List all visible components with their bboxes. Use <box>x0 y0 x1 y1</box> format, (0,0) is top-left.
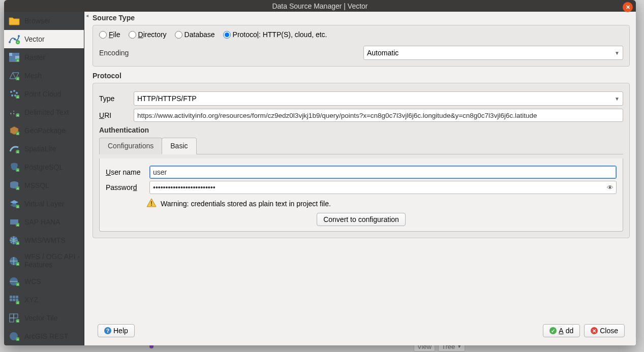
virtual-layer-icon: + <box>8 198 20 209</box>
sidebar-item-mesh[interactable]: + Mesh <box>4 67 84 85</box>
vector-icon: + <box>8 34 20 45</box>
svg-text:+: + <box>17 301 19 304</box>
source-type-group: File Directory Database Protocol: HTTP(S… <box>93 25 630 67</box>
svg-text:!: ! <box>150 200 152 207</box>
svg-text:+: + <box>17 205 19 208</box>
warning-text: Warning: credentials stored as plain tex… <box>161 200 331 208</box>
svg-text:+: + <box>17 150 19 153</box>
svg-rect-45 <box>10 296 12 298</box>
spatialite-icon: + <box>8 143 20 154</box>
svg-rect-53 <box>10 314 14 318</box>
svg-rect-46 <box>13 296 15 298</box>
radio-protocol[interactable]: Protocol: HTTP(S), cloud, etc. <box>223 30 327 39</box>
eye-icon[interactable]: 👁 <box>607 184 614 191</box>
postgresql-icon: + <box>8 162 20 173</box>
sidebar-item-wms[interactable]: + WMS/WMTS <box>4 231 84 249</box>
protocol-type-select[interactable]: HTTP/HTTPS/FTP▼ <box>134 91 623 106</box>
globe-icon: + <box>8 235 20 246</box>
csv-icon: , ;+ <box>8 107 20 118</box>
svg-text:+: + <box>17 263 19 266</box>
sidebar-item-wfs[interactable]: + WFS / OGC API - Features <box>4 249 84 272</box>
svg-rect-47 <box>16 296 18 298</box>
sidebar-item-browser[interactable]: Browser <box>4 12 84 30</box>
chevron-down-icon: ▼ <box>615 50 620 56</box>
sidebar-item-mssql[interactable]: + MSSQL <box>4 176 84 195</box>
sidebar-item-point-cloud[interactable]: + Point Cloud <box>4 85 84 103</box>
sidebar-item-delimited-text[interactable]: , ;+ Delimited Text <box>4 103 84 121</box>
encoding-label: Encoding <box>99 49 363 57</box>
auth-title: Authentication <box>99 126 623 134</box>
radio-database[interactable]: Database <box>175 30 215 39</box>
svg-point-13 <box>13 90 15 92</box>
dialog-footer: ?Help ✓Add ✕Close <box>93 322 630 341</box>
sidebar-item-wcs[interactable]: + WCS <box>4 272 84 291</box>
svg-text:+: + <box>17 187 19 190</box>
pointcloud-icon: + <box>8 88 20 100</box>
globe-icon: + <box>8 255 20 267</box>
sidebar-item-xyz[interactable]: + XYZ <box>4 291 84 309</box>
svg-text:+: + <box>17 114 19 117</box>
encoding-select[interactable]: Automatic▼ <box>363 46 623 60</box>
sidebar-item-vector-tile[interactable]: + Vector Tile <box>4 309 84 327</box>
mssql-icon: + <box>8 180 20 191</box>
sidebar: Browser + Vector + Raster + Mesh + Point… <box>4 12 84 345</box>
help-button[interactable]: ?Help <box>98 324 135 337</box>
sidebar-item-spatialite[interactable]: + SpatiaLite <box>4 140 84 158</box>
svg-point-1 <box>14 38 16 40</box>
source-type-title: Source Type <box>93 14 630 22</box>
raster-icon: + <box>8 52 20 63</box>
sidebar-item-postgresql[interactable]: + PostgreSQL <box>4 158 84 176</box>
warning-icon: ! <box>146 198 157 209</box>
sidebar-item-sap-hana[interactable]: + SAP HANA <box>4 213 84 231</box>
svg-text:+: + <box>17 283 19 286</box>
uri-label: URI <box>99 111 130 119</box>
convert-to-configuration-button[interactable]: Convert to configuration <box>317 213 406 226</box>
svg-rect-54 <box>14 314 18 318</box>
svg-rect-6 <box>9 53 12 56</box>
sidebar-item-virtual-layer[interactable]: + Virtual Layer <box>4 195 84 213</box>
svg-text:+: + <box>17 77 19 80</box>
close-icon[interactable]: ✕ <box>623 2 633 12</box>
add-button[interactable]: ✓Add <box>543 324 580 337</box>
svg-text:+: + <box>17 242 19 245</box>
tab-configurations[interactable]: Configurations <box>99 138 162 154</box>
sidebar-item-vector[interactable]: + Vector <box>4 30 84 48</box>
tab-basic[interactable]: Basic <box>162 138 196 154</box>
protocol-group: Type HTTP/HTTPS/FTP▼ URI Authentication … <box>93 83 630 238</box>
vector-tile-icon: + <box>8 312 20 324</box>
svg-text:+: + <box>17 95 19 99</box>
protocol-title: Protocol <box>93 72 630 80</box>
sidebar-item-arcgis-rest[interactable]: + ArcGIS REST <box>4 327 84 345</box>
svg-text:, ;: , ; <box>10 109 15 115</box>
window-title: Data Source Manager | Vector <box>272 2 367 10</box>
password-label: Password <box>106 183 145 191</box>
sidebar-item-geopackage[interactable]: + GeoPackage <box>4 121 84 140</box>
password-input[interactable] <box>149 181 617 194</box>
data-source-manager-dialog: Data Source Manager | Vector ✕ Browser +… <box>4 0 636 345</box>
chevron-down-icon: ▼ <box>615 96 620 102</box>
svg-point-15 <box>11 94 13 97</box>
username-label: User name <box>106 168 145 176</box>
titlebar: Data Source Manager | Vector ✕ <box>4 0 636 12</box>
radio-file[interactable]: File <box>99 30 120 39</box>
svg-point-12 <box>10 91 12 93</box>
svg-rect-49 <box>13 299 15 301</box>
svg-text:+: + <box>17 132 19 135</box>
uri-input[interactable] <box>134 109 623 122</box>
username-input[interactable] <box>149 166 617 179</box>
svg-point-2 <box>18 35 20 37</box>
main-panel: Source Type File Directory Database <box>89 12 636 345</box>
hana-icon: + <box>8 216 20 228</box>
geopackage-icon: + <box>8 125 20 136</box>
svg-point-14 <box>16 92 18 94</box>
splitter-handle[interactable]: ◂ <box>84 12 89 345</box>
svg-rect-48 <box>10 299 12 301</box>
radio-directory[interactable]: Directory <box>129 30 167 39</box>
chevron-left-icon: ◂ <box>86 13 88 18</box>
mesh-icon: + <box>8 70 20 81</box>
svg-text:+: + <box>17 59 19 62</box>
svg-text:+: + <box>17 41 19 44</box>
globe-icon: + <box>8 331 20 342</box>
sidebar-item-raster[interactable]: + Raster <box>4 48 84 67</box>
close-button[interactable]: ✕Close <box>584 324 625 337</box>
